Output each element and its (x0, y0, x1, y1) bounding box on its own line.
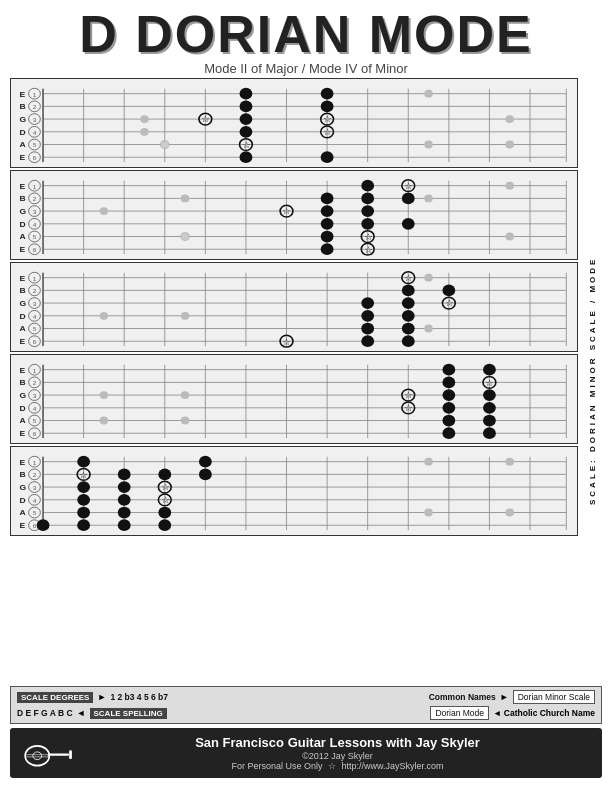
svg-point-237 (483, 415, 496, 427)
svg-rect-307 (69, 750, 72, 759)
svg-text:4: 4 (33, 405, 37, 412)
svg-text:A: A (20, 417, 26, 426)
subtitle: Mode II of Major / Mode IV of Minor (10, 61, 602, 76)
svg-text:☆: ☆ (404, 391, 412, 401)
svg-text:2: 2 (33, 104, 37, 111)
svg-point-113 (321, 218, 334, 230)
svg-point-289 (77, 481, 90, 493)
svg-point-98 (100, 207, 109, 215)
svg-text:1: 1 (33, 183, 37, 190)
footer-copyright: ©2012 Jay Skyler (81, 751, 594, 761)
svg-point-120 (321, 243, 334, 255)
svg-text:☆: ☆ (323, 128, 331, 138)
fretboard-2: E B G D A E 1 2 3 4 5 6 (10, 170, 578, 260)
svg-text:5: 5 (33, 510, 37, 517)
svg-text:1: 1 (33, 275, 37, 282)
svg-text:E: E (20, 153, 26, 162)
svg-point-59 (321, 151, 334, 163)
svg-point-115 (402, 218, 415, 230)
svg-point-299 (158, 507, 171, 519)
svg-text:4: 4 (33, 221, 37, 228)
main-title: D DORIAN MODE (10, 8, 602, 60)
svg-point-235 (483, 402, 496, 414)
svg-point-281 (505, 509, 514, 517)
svg-text:1: 1 (33, 91, 37, 98)
svg-text:G: G (20, 391, 27, 400)
svg-point-287 (158, 469, 171, 481)
footer: San Francisco Guitar Lessons with Jay Sk… (10, 728, 602, 778)
svg-text:☆: ☆ (161, 496, 169, 506)
footer-personal: For Personal Use Only ☆ http://www.JaySk… (81, 761, 594, 771)
svg-point-163 (424, 274, 433, 282)
personal-use-text: For Personal Use Only (231, 761, 322, 771)
svg-text:E: E (20, 458, 26, 467)
svg-point-40 (424, 141, 433, 149)
svg-text:D: D (20, 404, 26, 413)
svg-point-49 (240, 113, 253, 125)
svg-text:D: D (20, 128, 26, 137)
title-section: D DORIAN MODE Mode II of Major / Mode IV… (10, 8, 602, 76)
svg-point-239 (483, 427, 496, 439)
svg-point-219 (100, 391, 109, 399)
svg-text:3: 3 (33, 116, 37, 123)
svg-text:5: 5 (33, 234, 37, 241)
svg-point-37 (140, 115, 149, 123)
svg-point-303 (158, 519, 171, 531)
svg-point-44 (321, 88, 334, 100)
svg-text:3: 3 (33, 392, 37, 399)
diagram-5: E B G D A E 1 2 3 4 5 6 (10, 446, 578, 536)
diagram-2: E B G D A E 1 2 3 4 5 6 (10, 170, 578, 260)
footer-title: San Francisco Guitar Lessons with Jay Sk… (81, 735, 594, 750)
svg-text:D: D (20, 220, 26, 229)
svg-point-301 (77, 519, 90, 531)
svg-point-116 (181, 233, 190, 241)
svg-point-279 (505, 458, 514, 466)
main-content: E B G D A E 1 2 3 4 5 (10, 78, 602, 683)
svg-text:2: 2 (33, 288, 37, 295)
svg-point-161 (100, 312, 109, 320)
scale-spelling-label: SCALE SPELLING (90, 708, 167, 719)
svg-text:G: G (20, 299, 27, 308)
svg-text:B: B (20, 195, 26, 204)
svg-text:E: E (20, 245, 26, 254)
svg-point-108 (402, 193, 415, 205)
svg-point-294 (118, 494, 131, 506)
svg-point-173 (361, 310, 374, 322)
svg-point-293 (77, 494, 90, 506)
svg-text:3: 3 (33, 300, 37, 307)
fretboard-4: E B G D A E 1 2 3 4 5 6 (10, 354, 578, 444)
svg-text:E: E (20, 429, 26, 438)
svg-point-162 (181, 312, 190, 320)
svg-text:2: 2 (33, 380, 37, 387)
scale-degrees-value: 1 2 b3 4 5 6 b7 (110, 692, 168, 702)
svg-point-38 (140, 128, 149, 136)
svg-text:5: 5 (33, 142, 37, 149)
svg-point-179 (361, 335, 374, 347)
svg-text:6: 6 (33, 246, 37, 253)
page: D DORIAN MODE Mode II of Major / Mode IV… (0, 0, 612, 786)
svg-text:☆: ☆ (404, 404, 412, 414)
svg-text:☆: ☆ (201, 115, 209, 125)
svg-point-290 (118, 481, 131, 493)
svg-rect-306 (48, 754, 69, 756)
svg-point-174 (402, 310, 415, 322)
svg-text:E: E (20, 521, 26, 530)
svg-point-238 (442, 427, 455, 439)
church-name-arrow: ◄ Catholic Church Name (493, 708, 595, 718)
svg-point-288 (199, 469, 212, 481)
svg-point-52 (240, 126, 253, 138)
svg-point-305 (33, 752, 42, 760)
svg-text:A: A (20, 233, 26, 242)
svg-point-283 (199, 456, 212, 468)
svg-point-298 (118, 507, 131, 519)
svg-point-224 (483, 364, 496, 376)
svg-text:☆: ☆ (485, 378, 493, 388)
svg-point-58 (240, 151, 253, 163)
svg-point-223 (442, 364, 455, 376)
common-names-label: Common Names (429, 692, 496, 702)
svg-text:☆: ☆ (404, 273, 412, 283)
fretboard-5: E B G D A E 1 2 3 4 5 6 (10, 446, 578, 536)
svg-point-164 (424, 325, 433, 333)
svg-point-170 (402, 297, 415, 309)
svg-point-280 (424, 509, 433, 517)
